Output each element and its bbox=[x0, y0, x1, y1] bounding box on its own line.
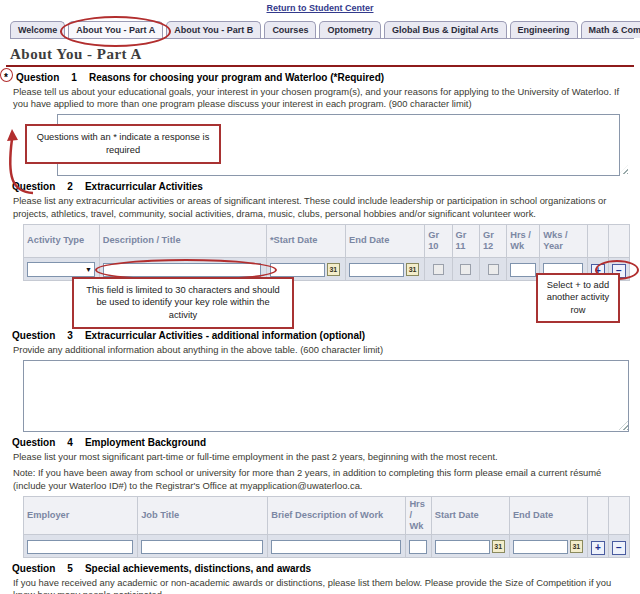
tab-bar: Welcome About You - Part A About You - P… bbox=[10, 18, 634, 39]
question-2-description: Please list any extracurricular activiti… bbox=[13, 195, 630, 219]
annotation-callout-required: Questions with an * indicate a response … bbox=[25, 124, 221, 163]
calendar-icon[interactable]: 31 bbox=[327, 263, 340, 276]
q3-additional-info-textarea[interactable] bbox=[23, 360, 629, 432]
question-label: Question bbox=[12, 181, 55, 192]
col-activity-type: Activity Type bbox=[24, 224, 100, 257]
question-number: 1 bbox=[71, 72, 77, 83]
annotation-callout-30-characters: This field is limited to 30 characters a… bbox=[72, 277, 294, 329]
hrs-wk-input[interactable] bbox=[409, 540, 427, 554]
col-gr12: Gr 12 bbox=[479, 224, 506, 257]
page-title: About You - Part A bbox=[10, 46, 640, 63]
tab-label: About You - Part A bbox=[76, 25, 155, 35]
col-gr11: Gr 11 bbox=[452, 224, 479, 257]
employer-input[interactable] bbox=[27, 540, 133, 554]
question-label: Question bbox=[12, 563, 55, 574]
start-date-input[interactable] bbox=[435, 540, 490, 554]
question-2-annotations: This field is limited to 30 characters a… bbox=[12, 281, 630, 325]
question-label: Question bbox=[12, 437, 55, 448]
question-1-description: Please tell us about your educational go… bbox=[13, 86, 630, 110]
tab-about-you-part-b[interactable]: About You - Part B bbox=[166, 21, 261, 38]
col-start-date: Start Date bbox=[431, 496, 509, 534]
calendar-icon[interactable]: 31 bbox=[570, 540, 583, 553]
col-end-date: End Date bbox=[346, 224, 425, 257]
tab-math-computer-science[interactable]: Math & Computer Science bbox=[581, 21, 640, 38]
col-job-title: Job Title bbox=[138, 496, 268, 534]
question-title: Reasons for choosing your program and Wa… bbox=[89, 72, 384, 83]
question-number: 4 bbox=[67, 437, 73, 448]
tab-courses[interactable]: Courses bbox=[264, 21, 316, 38]
return-to-student-center-link[interactable]: Return to Student Center bbox=[267, 3, 374, 13]
question-number: 5 bbox=[67, 563, 73, 574]
activity-type-select[interactable]: ▼ bbox=[27, 262, 95, 277]
start-date-input[interactable] bbox=[270, 263, 325, 277]
question-3-textarea-wrap bbox=[12, 360, 630, 432]
resize-grip bbox=[619, 165, 628, 174]
question-4-note: Note: If you have been away from school … bbox=[13, 467, 630, 491]
calendar-icon[interactable]: 31 bbox=[406, 263, 419, 276]
tab-welcome[interactable]: Welcome bbox=[10, 21, 65, 38]
question-4-description: Please list your most significant part-t… bbox=[13, 451, 630, 463]
calendar-icon[interactable]: 31 bbox=[492, 540, 505, 553]
question-1-section: * Question 1 Reasons for choosing your p… bbox=[0, 67, 640, 176]
col-hrs-wk: Hrs / Wk bbox=[507, 224, 540, 257]
col-gr10: Gr 10 bbox=[425, 224, 452, 257]
col-description-title: Description / Title bbox=[99, 224, 266, 257]
col-wks-year: Wks / Year bbox=[540, 224, 588, 257]
asterisk-glyph: * bbox=[4, 72, 8, 83]
question-5-heading: Question 5 Special achievements, distinc… bbox=[12, 563, 630, 574]
question-2-section: Question 2 Extracurricular Activities Pl… bbox=[0, 176, 640, 324]
question-5-description: If you have received any academic or non… bbox=[13, 577, 630, 594]
question-1-textarea-wrap: Questions with an * indicate a response … bbox=[12, 114, 630, 176]
employment-table-wrap: Employer Job Title Brief Description of … bbox=[23, 496, 630, 558]
employment-table: Employer Job Title Brief Description of … bbox=[23, 496, 630, 558]
question-1-heading: * Question 1 Reasons for choosing your p… bbox=[12, 72, 630, 83]
gr11-checkbox[interactable] bbox=[460, 264, 471, 275]
hrs-wk-input[interactable] bbox=[510, 263, 536, 277]
annotation-callout-add-row: Select + to add another activity row bbox=[536, 273, 620, 323]
col-add bbox=[587, 224, 608, 257]
gr10-checkbox[interactable] bbox=[433, 264, 444, 275]
question-2-heading: Question 2 Extracurricular Activities bbox=[12, 181, 630, 192]
remove-row-button[interactable]: − bbox=[612, 541, 626, 555]
question-title: Employment Background bbox=[85, 437, 206, 448]
chevron-down-icon: ▼ bbox=[85, 266, 92, 273]
col-employer: Employer bbox=[24, 496, 138, 534]
top-bar: Return to Student Center bbox=[0, 0, 640, 15]
activities-header-row: Activity Type Description / Title *Start… bbox=[24, 224, 630, 257]
col-remove bbox=[608, 224, 629, 257]
question-3-heading: Question 3 Extracurricular Activities - … bbox=[12, 330, 630, 341]
job-title-input[interactable] bbox=[141, 540, 263, 554]
col-brief-description: Brief Description of Work bbox=[268, 496, 406, 534]
end-date-input[interactable] bbox=[349, 263, 404, 277]
question-number: 3 bbox=[67, 330, 73, 341]
required-asterisk: * bbox=[4, 72, 12, 83]
question-label: Question bbox=[16, 72, 59, 83]
tab-optometry[interactable]: Optometry bbox=[319, 21, 381, 38]
brief-description-input[interactable] bbox=[271, 540, 401, 554]
question-4-section: Question 4 Employment Background Please … bbox=[0, 432, 640, 558]
tab-engineering[interactable]: Engineering bbox=[510, 21, 578, 38]
question-title: Special achievements, distinctions, and … bbox=[85, 563, 311, 574]
question-5-section: Question 5 Special achievements, distinc… bbox=[0, 558, 640, 594]
end-date-input[interactable] bbox=[513, 540, 568, 554]
col-add bbox=[588, 496, 609, 534]
question-3-section: Question 3 Extracurricular Activities - … bbox=[0, 325, 640, 432]
question-4-heading: Question 4 Employment Background bbox=[12, 437, 630, 448]
question-label: Question bbox=[12, 330, 55, 341]
add-row-button[interactable]: + bbox=[591, 541, 605, 555]
description-title-input[interactable] bbox=[103, 263, 261, 277]
col-hrs-wk: Hrs / Wk bbox=[406, 496, 431, 534]
col-remove bbox=[609, 496, 630, 534]
question-title: Extracurricular Activities bbox=[85, 181, 203, 192]
tab-about-you-part-a[interactable]: About You - Part A bbox=[68, 21, 163, 38]
col-start-date: *Start Date bbox=[266, 224, 345, 257]
employment-header-row: Employer Job Title Brief Description of … bbox=[24, 496, 630, 534]
employment-data-row: 31 31 + − bbox=[24, 535, 630, 558]
col-end-date: End Date bbox=[509, 496, 587, 534]
gr12-checkbox[interactable] bbox=[488, 264, 499, 275]
question-title: Extracurricular Activities - additional … bbox=[85, 330, 365, 341]
tab-global-bus-digital-arts[interactable]: Global Bus & Digital Arts bbox=[384, 21, 507, 38]
question-3-description: Provide any additional information about… bbox=[13, 344, 630, 356]
question-number: 2 bbox=[67, 181, 73, 192]
